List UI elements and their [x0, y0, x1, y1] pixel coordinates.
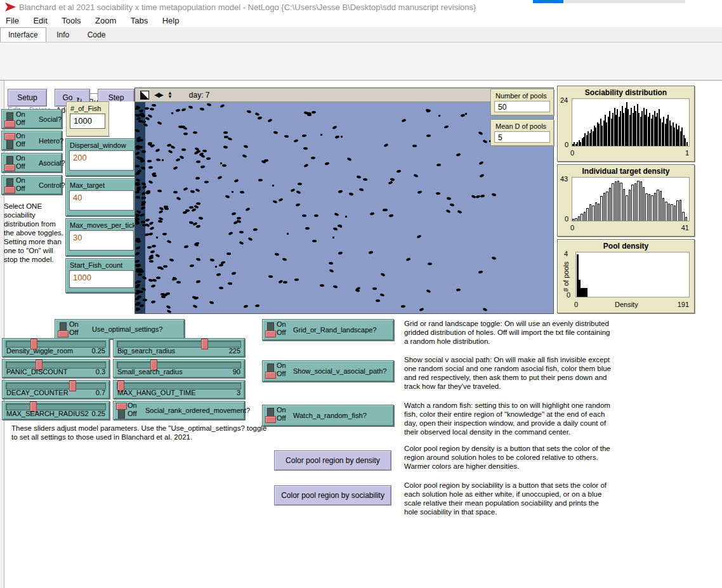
switch-slot[interactable]: [267, 363, 274, 379]
color-pool-by-density-button[interactable]: Color pool region by density: [274, 450, 391, 471]
switch-control[interactable]: OnOff Control?: [1, 175, 62, 195]
switch-show-social-v-asocial-path[interactable]: OnOff Show_social_v_asocial_path?: [262, 360, 394, 382]
input-max-target[interactable]: Max_target 40: [65, 178, 138, 216]
switch-slot[interactable]: [6, 178, 13, 193]
switch-knob[interactable]: [116, 403, 127, 410]
fish-dot: [268, 119, 273, 123]
slider-small-search-radius[interactable]: Small_search_radius90: [113, 359, 245, 378]
fish-dot: [492, 193, 497, 197]
fish-dot: [173, 191, 177, 193]
fish-dot: [199, 217, 204, 221]
switch-slot[interactable]: [267, 408, 274, 423]
toggles-note: Select ONE sociability distribution from…: [4, 202, 65, 264]
histogram-bar: [654, 193, 656, 221]
fish-dot: [195, 188, 200, 193]
switch-slot[interactable]: [6, 134, 13, 149]
fish-dot: [268, 275, 273, 278]
input-start-fish-count[interactable]: Start_Fish_count 1000: [65, 258, 138, 293]
switch-knob[interactable]: [265, 330, 276, 337]
slider-big-search-radius[interactable]: Big_search_radius225: [113, 338, 245, 357]
switch-social[interactable]: OnOff Social?: [1, 109, 62, 129]
fish-dot: [456, 153, 461, 157]
switch-knob[interactable]: [58, 330, 69, 337]
fish-dot: [325, 162, 330, 166]
fish-dot: [356, 286, 361, 291]
slider-decay-counter[interactable]: DECAY_COUNTER0.7: [2, 380, 110, 399]
switch-knob[interactable]: [4, 121, 15, 127]
fish-dot: [332, 285, 338, 289]
histogram-bar: [595, 202, 597, 221]
color-pool-by-sociability-button[interactable]: Color pool region by sociability: [274, 485, 391, 506]
switch-watch-a-random-fish[interactable]: OnOff Watch_a_random_fish?: [262, 405, 394, 426]
fish-dot: [228, 137, 233, 141]
slider-max-search-radius2[interactable]: MAX_SEARCH_RADIUS20.25: [2, 401, 110, 420]
x-axis-label: Density: [615, 301, 638, 308]
input-field[interactable]: 200: [69, 150, 134, 171]
y-axis-max-tick: 43: [560, 175, 568, 183]
switch-slot[interactable]: [60, 322, 67, 337]
menu-zoom[interactable]: Zoom: [89, 14, 122, 27]
menu-file[interactable]: File: [0, 14, 25, 27]
switch-asocial[interactable]: OnOff Asocial?: [1, 153, 62, 173]
setup-button[interactable]: Setup: [8, 89, 47, 107]
switch-hetero[interactable]: OnOff Hetero?: [1, 131, 62, 150]
fish-dot: [149, 226, 154, 231]
input-field[interactable]: 1000: [69, 270, 134, 288]
input-field[interactable]: 30: [69, 230, 134, 251]
menu-edit[interactable]: Edit: [27, 14, 53, 27]
histogram-bar: [634, 183, 636, 221]
input-max-moves-per-tick[interactable]: Max_moves_per_tick 30: [65, 218, 138, 256]
switch-slot[interactable]: [118, 403, 125, 419]
fish-dot: [157, 189, 162, 192]
switch-slot[interactable]: [267, 322, 274, 337]
switch-slot[interactable]: [6, 112, 13, 127]
plot-area: [572, 177, 690, 221]
top-gray-bar: [563, 0, 685, 3]
input-field[interactable]: 1000: [70, 114, 105, 129]
resize-view-icon[interactable]: [140, 91, 149, 100]
input-dispersal-window[interactable]: Dispersal_window 200: [65, 138, 138, 176]
switch-knob[interactable]: [4, 186, 15, 193]
sliders-note: These sliders adjust model parameters. U…: [11, 424, 273, 441]
slider-panic-discount[interactable]: PANIC_DISCOUNT0.3: [2, 359, 110, 378]
fish-dot: [164, 207, 169, 210]
input-number-of-fish[interactable]: #_of_Fish 1000: [66, 101, 109, 136]
menu-help[interactable]: Help: [157, 14, 185, 27]
fish-dot: [162, 232, 167, 235]
switch-knob[interactable]: [4, 164, 15, 171]
hole-speck: [215, 266, 217, 268]
switch-knob[interactable]: [4, 133, 15, 140]
fish-dot: [156, 277, 161, 279]
fish-dot: [471, 195, 476, 199]
fish-dot: [492, 256, 497, 260]
menu-tools[interactable]: Tools: [56, 14, 86, 27]
y-axis-min-tick: 0: [567, 291, 570, 299]
fish-dot: [206, 103, 211, 107]
switch-slot[interactable]: [6, 156, 13, 171]
fish-dot: [379, 293, 384, 297]
menu-tabs[interactable]: Tabs: [125, 14, 154, 27]
vertical-arrows-icon[interactable]: ▲▼: [167, 91, 173, 99]
netlogo-app-icon: [5, 3, 16, 11]
hole-speck: [232, 191, 233, 193]
fish-dot: [163, 265, 167, 268]
window-title: Blanchard et al 2021 sociability x time …: [19, 3, 476, 12]
tab-info[interactable]: Info: [49, 28, 77, 42]
slider-max-hang-out-time[interactable]: MAX_HANG_OUT_TIME3: [113, 380, 245, 399]
switch-social-rank-ordered-movement[interactable]: OnOff Social_rank_ordered_movement?: [113, 401, 245, 420]
fish-dot: [258, 179, 263, 181]
slider-density-wiggle-room[interactable]: Density_wiggle_room0.25: [2, 338, 110, 357]
switch-knob[interactable]: [265, 416, 276, 423]
tab-interface[interactable]: Interface: [0, 27, 46, 42]
hole-speck: [345, 216, 347, 218]
fish-dot: [141, 221, 145, 223]
horizontal-arrows-icon[interactable]: ◀▶: [154, 91, 162, 99]
watch-fish-note: Watch a random fish: setting this to on …: [404, 401, 612, 436]
input-field[interactable]: 40: [69, 190, 134, 211]
fish-dot: [445, 209, 450, 213]
switch-use-optimal-settings[interactable]: OnOff Use_optimal_settings?: [55, 319, 185, 339]
tab-code[interactable]: Code: [80, 28, 114, 42]
histogram-bar: [600, 196, 602, 221]
switch-knob[interactable]: [265, 372, 276, 379]
switch-grid-or-rand-landscape[interactable]: OnOff Grid_or_Rand_landscape?: [262, 319, 394, 341]
